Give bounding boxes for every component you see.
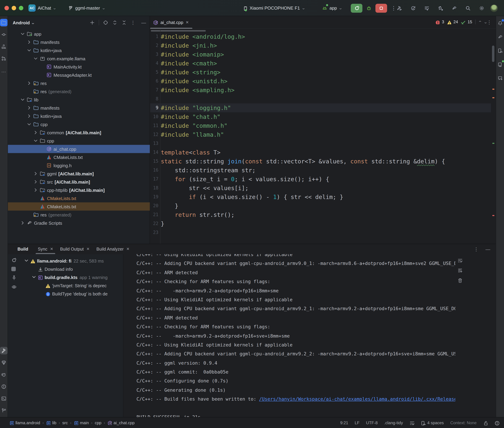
build-output-path-link[interactable]: /Users/hanyin/Workspace/ai-chat/examples… [259, 396, 455, 402]
tree-item-kotlin-java[interactable]: kotlin+java [8, 112, 150, 120]
sync-tree-item[interactable]: llama.android: fi22 sec, 583 ms [24, 257, 123, 265]
warning-stripe-mark[interactable] [492, 97, 494, 98]
tree-item-mainactivity-kt[interactable]: MainActivity.kt [8, 63, 150, 71]
chevron-right-icon[interactable] [27, 39, 32, 45]
build-project-button[interactable] [394, 4, 405, 13]
rerun-button[interactable] [351, 4, 363, 13]
sync-project-button[interactable] [408, 4, 418, 13]
tree-item-gradle-scripts[interactable]: Gradle Scripts [8, 219, 150, 227]
change-stripe-mark[interactable] [492, 143, 494, 144]
inspections-widget[interactable]: 3 24 15 ⌄ ⌄ [435, 18, 487, 26]
sync-tree-item[interactable]: Download info [24, 265, 123, 273]
tree-item-res[interactable]: res [8, 79, 150, 87]
logcat-tool-button[interactable] [0, 371, 8, 378]
build-panel-options-icon[interactable]: ⋮ [474, 246, 479, 252]
clang-tidy-profile[interactable]: .clang-tidy [384, 420, 403, 425]
debug-button[interactable] [364, 4, 374, 13]
search-everywhere-button[interactable] [463, 4, 473, 13]
tree-item-cpp-httplib[interactable]: cpp-httplib[AiChat.lib.main] [8, 186, 150, 194]
code-line-3[interactable]: 3#include <iomanip> [150, 50, 491, 59]
project-tool-button[interactable] [0, 19, 8, 26]
line-separator[interactable]: LF [355, 420, 359, 425]
breadcrumb-llama-android[interactable]: llama.android [9, 420, 40, 425]
tree-item-cpp[interactable]: cpp [8, 120, 150, 128]
hide-build-panel-icon[interactable]: — [486, 246, 490, 252]
pin-icon[interactable] [11, 275, 17, 280]
close-tab-icon[interactable]: ✕ [50, 247, 53, 251]
code-line-10[interactable]: 10#include "chat.h" [150, 112, 491, 121]
scroll-to-end-icon[interactable] [457, 268, 463, 273]
device-manager-button[interactable] [496, 47, 504, 54]
chevron-right-icon[interactable] [33, 179, 38, 185]
tree-item-cmakelists-txt[interactable]: CMakeLists.txt [8, 202, 150, 211]
close-tab-icon[interactable]: ✕ [86, 247, 90, 251]
tree-item-ai-chat-cpp[interactable]: ai_chat.cpp [8, 145, 150, 153]
code-line-16[interactable]: 16 std::ostringstream str; [150, 166, 491, 175]
clear-all-icon[interactable] [457, 278, 463, 283]
breadcrumb-main[interactable]: main [74, 420, 89, 425]
chevron-down-icon[interactable] [27, 122, 32, 127]
code-line-23[interactable]: 23 [150, 228, 491, 237]
minimize-window-button[interactable] [12, 6, 16, 10]
soft-wrap-icon[interactable] [457, 258, 463, 263]
tree-item-cmakelists-txt[interactable]: CMakeLists.txt [8, 194, 150, 202]
build-variants-button[interactable] [422, 4, 432, 13]
tree-item-cmakelists-txt[interactable]: CMakeLists.txt [8, 153, 150, 161]
window-controls[interactable] [0, 6, 26, 10]
build-tab-build-output[interactable]: Build Output✕ [57, 244, 93, 254]
warning-stripe-mark[interactable] [492, 89, 494, 90]
close-window-button[interactable] [4, 6, 9, 10]
build-tab-build-analyzer[interactable]: Build Analyzer✕ [93, 244, 133, 254]
structure-tool-button[interactable] [0, 43, 8, 50]
device-selector[interactable]: Xiaomi POCOPHONE F1 ⌄ [240, 3, 308, 13]
sync-tree-item[interactable]: build.gradle.ktsapp 1 warning [24, 273, 123, 281]
editor-tab-ai-chat-cpp[interactable]: ai_chat.cpp ✕ [150, 16, 192, 29]
breadcrumb[interactable]: llama.android›lib›src›main›cpp›ai_chat.c… [9, 420, 135, 425]
code-line-15[interactable]: 15static std::string join(const std::vec… [150, 157, 491, 166]
chevron-right-icon[interactable] [20, 220, 25, 226]
panel-options-icon[interactable]: ⋮ [131, 20, 136, 25]
close-tab-icon[interactable]: ✕ [126, 247, 129, 251]
tree-item-manifests[interactable]: manifests [8, 38, 150, 46]
code-line-21[interactable]: 21 return str.str(); [150, 210, 491, 219]
code-line-5[interactable]: 5#include <string> [150, 68, 491, 77]
rerun-sync-icon[interactable] [11, 257, 17, 263]
tree-item-logging-h[interactable]: logging.h [8, 161, 150, 170]
chevron-down-icon[interactable] [27, 48, 32, 53]
breadcrumb-ai-chat-cpp[interactable]: ai_chat.cpp [107, 420, 135, 425]
breadcrumb-lib[interactable]: lib [46, 420, 56, 425]
app-quality-insights-button[interactable] [0, 359, 8, 366]
running-devices-button[interactable] [496, 61, 504, 68]
show-options-eye-icon[interactable] [11, 284, 17, 290]
chevron-right-icon[interactable] [33, 187, 38, 193]
stop-sync-icon[interactable] [11, 267, 16, 271]
terminal-tool-button[interactable] [0, 395, 8, 402]
code-line-9[interactable]: 9#include "logging.h" [150, 103, 491, 112]
scrollbar-thumb[interactable] [492, 46, 494, 62]
code-line-7[interactable]: 7#include <sampling.h> [150, 86, 491, 95]
sync-tree-item[interactable]: 'jvmTarget: String' is deprec [24, 281, 123, 290]
indent-setting[interactable]: 4 spaces [421, 420, 444, 425]
code-line-4[interactable]: 4#include <cmath> [150, 59, 491, 68]
file-encoding[interactable]: UTF-8 [366, 420, 378, 425]
chevron-right-icon[interactable] [27, 113, 32, 119]
breadcrumb-src[interactable]: src [62, 420, 68, 425]
commit-tool-button[interactable] [0, 31, 8, 38]
code-line-13[interactable]: 13 [150, 139, 491, 148]
attach-debugger-button[interactable] [436, 4, 446, 13]
code-line-12[interactable]: 12#include "llama.h" [150, 130, 491, 139]
project-selector[interactable]: AC AiChat ⌄ [26, 3, 59, 13]
chevron-right-icon[interactable] [27, 105, 32, 111]
hide-panel-icon[interactable]: — [141, 20, 146, 25]
stop-button[interactable] [376, 4, 387, 13]
tree-item-res[interactable]: res(generated) [8, 211, 150, 219]
code-line-14[interactable]: 14template<class T> [150, 148, 491, 157]
code-line-17[interactable]: 17 for (size_t i = 0; i < values.size();… [150, 175, 491, 184]
tree-item-src[interactable]: src[AiChat.lib.main] [8, 178, 150, 186]
tree-item-res[interactable]: res(generated) [8, 87, 150, 96]
breadcrumb-cpp[interactable]: cpp [95, 420, 102, 425]
editor-options-icon[interactable]: ⋮ [487, 19, 492, 25]
file-lock-toggle[interactable] [483, 420, 488, 425]
code-line-22[interactable]: 22} [150, 219, 491, 228]
chevron-right-icon[interactable] [27, 81, 32, 86]
